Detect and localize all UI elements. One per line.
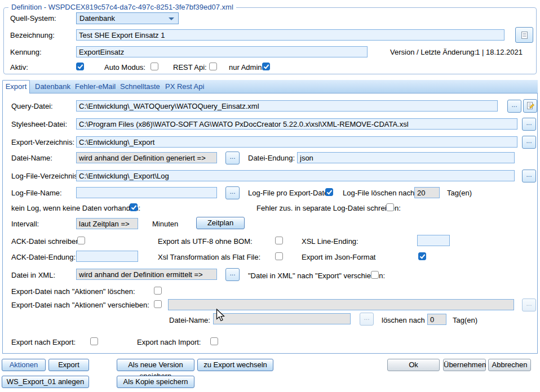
nur-admin-checkbox[interactable] [262, 63, 270, 70]
stylesheet-browse-button[interactable]: ... [522, 118, 536, 131]
aktiv-label: Aktiv: [10, 63, 28, 72]
ok-button[interactable]: Ok [387, 359, 440, 371]
datei-endung-field[interactable] [297, 152, 515, 163]
log-verzeichnis-field[interactable] [76, 170, 515, 181]
ack-endung-label: ACK-Datei-Endung: [11, 253, 76, 261]
log-pro-export-checkbox[interactable] [325, 188, 333, 196]
intervall-label: Intervall: [11, 220, 39, 228]
stylesheet-datei-field[interactable] [76, 118, 517, 130]
document-icon [520, 30, 529, 40]
kein-log-label: kein Log, wenn keine Daten vorhanden: [11, 204, 140, 212]
kennung-field[interactable] [76, 46, 368, 57]
copy-definition-button[interactable] [515, 27, 533, 43]
nur-admin-label: nur Admin: [229, 63, 264, 72]
export-verzeichnis-field[interactable] [76, 136, 517, 148]
datei-endung-label: Datei-Endung: [248, 154, 295, 162]
log-name-label: Log-File-Name: [11, 189, 62, 197]
bezeichnung-label: Bezeichnung: [10, 31, 55, 39]
aktionen-loeschen-checkbox[interactable] [154, 287, 162, 295]
ack-schreiben-checkbox[interactable] [77, 237, 85, 244]
kein-log-checkbox[interactable] [130, 203, 138, 211]
tab-export[interactable]: Export [2, 80, 30, 93]
export-button[interactable]: Export [48, 359, 89, 371]
flat-file-checkbox[interactable] [275, 252, 283, 260]
datei-name-browse-button[interactable]: ... [225, 152, 240, 164]
log-verzeichnis-label: Log-File-Verzeichnis: [11, 172, 79, 180]
als-neue-version-button[interactable]: Als neue Version speichern [117, 359, 194, 371]
file-edit-icon [526, 101, 535, 110]
sub-datei-name-browse-button: ... [360, 313, 374, 326]
aktionen-button[interactable]: Aktionen [2, 359, 46, 371]
tab-datenbank[interactable]: Datenbank [35, 82, 70, 91]
aktionen-verschieben-label: Export-Datei nach "Aktionen" verschieben… [11, 301, 149, 309]
quell-system-value: Datenbank [79, 14, 115, 23]
sub-loeschen-tage-field [427, 314, 446, 325]
aktionen-verschieben-checkbox[interactable] [154, 300, 162, 308]
aktionen-loeschen-label: Export-Datei nach "Aktionen" löschen: [11, 287, 135, 296]
zeitplan-button[interactable]: Zeitplan [196, 217, 245, 229]
export-nach-export-label: Export nach Export: [11, 338, 76, 346]
tab-schnelltaste[interactable]: Schnelltaste [120, 82, 160, 91]
log-verzeichnis-browse-button[interactable]: ... [522, 170, 536, 182]
quell-system-label: Quell-System: [10, 14, 56, 23]
json-format-checkbox[interactable] [418, 252, 426, 260]
rest-api-checkbox[interactable] [209, 63, 217, 70]
datei-in-xml-browse-button[interactable]: ... [225, 268, 240, 281]
mouse-cursor-icon [216, 309, 226, 324]
uebernehmen-button[interactable]: Übernehmen [443, 359, 486, 371]
export-verzeichnis-label: Export-Verzeichnis: [11, 138, 74, 146]
export-verzeichnis-browse-button[interactable]: ... [522, 136, 536, 149]
query-datei-edit-button[interactable] [523, 99, 537, 113]
datei-in-xml-verschieben-label: "Datei in XML" nach "Export" verschieben… [248, 271, 385, 280]
bezeichnung-field[interactable] [76, 29, 504, 41]
log-name-field[interactable] [76, 187, 217, 198]
xsl-line-ending-label: XSL Line-Ending: [302, 237, 358, 246]
definition-title: Definition - WSPDCEX819c57c4-da7c-497c-8… [8, 3, 236, 11]
intervall-field [76, 218, 138, 229]
als-kopie-speichern-button[interactable]: Als Kopie speichern [117, 376, 194, 388]
fehler-separat-checkbox[interactable] [386, 203, 394, 211]
sub-loeschen-label: löschen nach [382, 316, 425, 324]
utf8-label: Export als UTF-8 ohne BOM: [158, 237, 253, 246]
tab-fehler-email[interactable]: Fehler-eMail [75, 82, 116, 91]
log-loeschen-label: Log-File löschen nach [343, 189, 414, 197]
quell-system-dropdown[interactable]: Datenbank [76, 12, 179, 24]
log-name-browse-button[interactable]: ... [225, 186, 240, 199]
aktionen-verschieben-browse-button: ... [522, 299, 536, 311]
datei-name-label: Datei-Name: [11, 154, 52, 162]
flat-file-label: Xsl Transformation als Flat File: [158, 253, 260, 261]
ack-endung-field[interactable] [76, 251, 138, 262]
fehler-separat-label: Fehler zus. in separate Log-Datei schrei… [256, 204, 401, 212]
sub-loeschen-unit-label: Tag(en) [453, 316, 477, 324]
auto-modus-label: Auto Modus: [104, 63, 145, 72]
xsl-line-ending-field[interactable] [417, 235, 450, 246]
sub-datei-name-label: Datei-Name: [169, 316, 210, 324]
query-datei-label: Query-Datei: [11, 102, 53, 110]
log-loeschen-tage-field [414, 187, 440, 198]
query-datei-browse-button[interactable]: ... [507, 100, 521, 113]
intervall-unit-label: Minuten [152, 220, 178, 228]
query-datei-field[interactable] [76, 100, 498, 112]
export-nach-export-checkbox[interactable] [90, 337, 98, 345]
export-nach-import-checkbox[interactable] [210, 337, 218, 345]
chevron-down-icon [169, 17, 174, 20]
datei-in-xml-label: Datei in XML: [11, 271, 55, 279]
abbrechen-button[interactable]: Abbrechen [488, 359, 531, 371]
datei-in-xml-verschieben-checkbox[interactable] [371, 271, 379, 279]
kennung-label: Kennung: [10, 48, 42, 56]
export-nach-import-label: Export nach Import: [137, 338, 201, 346]
log-loeschen-unit-label: Tag(en) [447, 189, 472, 197]
auto-modus-checkbox[interactable] [151, 63, 158, 70]
zu-export-wechseln-button[interactable]: zu Export wechseln [197, 359, 273, 371]
datei-in-xml-field [76, 269, 217, 280]
rest-api-label: REST Api: [173, 63, 207, 72]
tab-px-rest-api[interactable]: PX Rest Api [165, 82, 204, 91]
aktiv-checkbox[interactable] [76, 63, 84, 70]
json-format-label: Export im Json-Format [302, 253, 375, 261]
stylesheet-datei-label: Stylesheet-Datei: [11, 120, 67, 128]
ws-export-anlegen-button[interactable]: WS_Export_01 anlegen [2, 376, 89, 388]
log-pro-export-label: Log-File pro Export-Datei: [248, 189, 332, 197]
datei-name-field [76, 152, 217, 163]
utf8-checkbox[interactable] [275, 237, 283, 244]
sub-datei-name-field [213, 313, 351, 324]
